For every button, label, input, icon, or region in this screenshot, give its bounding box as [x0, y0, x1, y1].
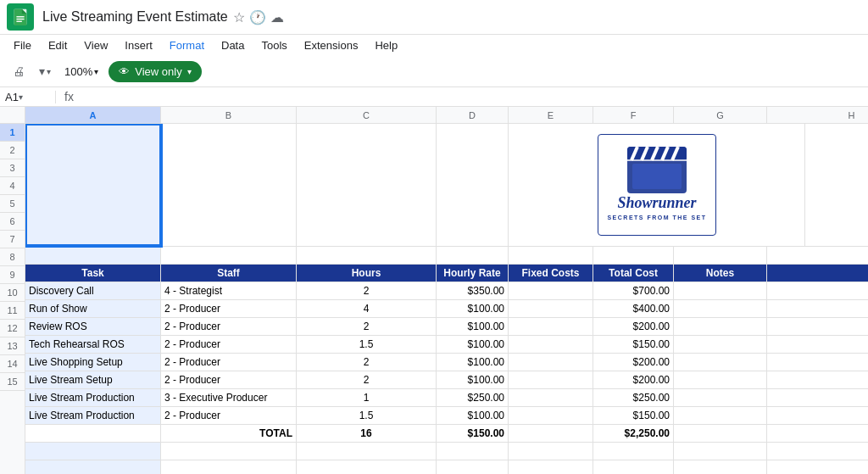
- header-fixed-costs[interactable]: Fixed Costs: [509, 265, 593, 282]
- cell-ref-dropdown-icon[interactable]: ▾: [19, 92, 23, 102]
- cell-c1[interactable]: [297, 124, 437, 246]
- menu-data[interactable]: Data: [214, 36, 251, 54]
- cell-g9[interactable]: [674, 371, 767, 388]
- cell-h4[interactable]: [767, 282, 868, 299]
- total-notes[interactable]: [674, 425, 767, 442]
- cell-g6[interactable]: [674, 318, 767, 335]
- cell-h7[interactable]: [767, 336, 868, 353]
- cell-g4[interactable]: [674, 282, 767, 299]
- row-header-1[interactable]: 1: [0, 124, 25, 142]
- print-button[interactable]: 🖨: [7, 59, 31, 83]
- header-notes[interactable]: Notes: [674, 265, 767, 282]
- cell-e5[interactable]: [509, 300, 593, 317]
- menu-edit[interactable]: Edit: [42, 36, 74, 54]
- menu-tools[interactable]: Tools: [254, 36, 293, 54]
- col-header-e[interactable]: E: [509, 107, 593, 123]
- star-icon[interactable]: ☆: [233, 9, 245, 25]
- cell-h1[interactable]: [805, 124, 868, 246]
- row-header-7[interactable]: 7: [0, 231, 25, 248]
- col-header-g[interactable]: G: [674, 107, 767, 123]
- row-header-12[interactable]: 12: [0, 320, 25, 337]
- cell-f6[interactable]: $200.00: [593, 318, 674, 335]
- row-header-4[interactable]: 4: [0, 177, 25, 195]
- header-total-cost[interactable]: Total Cost: [593, 265, 674, 282]
- cell-e11[interactable]: [509, 407, 593, 424]
- total-label[interactable]: TOTAL: [161, 425, 297, 442]
- document-title[interactable]: Live Streaming Event Estimate: [42, 9, 228, 25]
- col-header-d[interactable]: D: [437, 107, 509, 123]
- row-header-10[interactable]: 10: [0, 284, 25, 302]
- row-header-2[interactable]: 2: [0, 142, 25, 159]
- cell-g7[interactable]: [674, 336, 767, 353]
- cell-e4[interactable]: [509, 282, 593, 299]
- history-icon[interactable]: 🕐: [249, 9, 266, 25]
- cell-c10[interactable]: 1: [297, 389, 437, 406]
- cell-e10[interactable]: [509, 389, 593, 406]
- cell-c7[interactable]: 1.5: [297, 336, 437, 353]
- cell-b9[interactable]: 2 - Producer: [161, 371, 297, 388]
- cell-c5[interactable]: 4: [297, 300, 437, 317]
- cell-h2[interactable]: [767, 247, 868, 264]
- cell-b7[interactable]: 2 - Producer: [161, 336, 297, 353]
- cell-a8[interactable]: Live Shopping Setup: [25, 354, 161, 371]
- cell-b4[interactable]: 4 - Strategist: [161, 282, 297, 299]
- cell-b1[interactable]: [161, 124, 297, 246]
- header-task[interactable]: Task: [25, 265, 161, 282]
- zoom-control[interactable]: 100% ▾: [59, 64, 103, 80]
- menu-format[interactable]: Format: [163, 36, 211, 54]
- menu-help[interactable]: Help: [368, 36, 404, 54]
- cell-a5[interactable]: Run of Show: [25, 300, 161, 317]
- cell-g5[interactable]: [674, 300, 767, 317]
- col-header-h[interactable]: H: [767, 107, 868, 123]
- total-label-empty[interactable]: [25, 425, 161, 442]
- menu-file[interactable]: File: [7, 36, 38, 54]
- row-header-15[interactable]: 15: [0, 373, 25, 391]
- cell-c11[interactable]: 1.5: [297, 407, 437, 424]
- view-only-button[interactable]: 👁 View only ▾: [108, 61, 201, 82]
- cell-a9[interactable]: Live Stream Setup: [25, 371, 161, 388]
- row-header-13[interactable]: 13: [0, 337, 25, 355]
- cell-b10[interactable]: 3 - Executive Producer: [161, 389, 297, 406]
- cell-b2[interactable]: [161, 247, 297, 264]
- cell-e9[interactable]: [509, 371, 593, 388]
- row-header-3[interactable]: 3: [0, 159, 25, 177]
- cell-b5[interactable]: 2 - Producer: [161, 300, 297, 317]
- header-extra[interactable]: [767, 265, 868, 282]
- total-h[interactable]: [767, 425, 868, 442]
- cell-h8[interactable]: [767, 354, 868, 371]
- cell-c6[interactable]: 2: [297, 318, 437, 335]
- cell-f11[interactable]: $150.00: [593, 407, 674, 424]
- drive-icon[interactable]: ☁: [270, 9, 284, 25]
- cell-a2[interactable]: [25, 247, 161, 264]
- cell-logo[interactable]: Showrunner SECRETS FROM THE SET: [509, 124, 805, 246]
- cell-h5[interactable]: [767, 300, 868, 317]
- cell-c9[interactable]: 2: [297, 371, 437, 388]
- filter-button[interactable]: ▾ ▾: [36, 59, 54, 83]
- cell-a7[interactable]: Tech Rehearsal ROS: [25, 336, 161, 353]
- cell-f8[interactable]: $200.00: [593, 354, 674, 371]
- cell-b6[interactable]: 2 - Producer: [161, 318, 297, 335]
- cell-c2[interactable]: [297, 247, 437, 264]
- cell-d2[interactable]: [437, 247, 509, 264]
- cell-h11[interactable]: [767, 407, 868, 424]
- col-header-c[interactable]: C: [297, 107, 437, 123]
- total-cost[interactable]: $2,250.00: [593, 425, 674, 442]
- cell-d8[interactable]: $100.00: [437, 354, 509, 371]
- total-hourly-rate[interactable]: $150.00: [437, 425, 509, 442]
- cell-h10[interactable]: [767, 389, 868, 406]
- cell-a11[interactable]: Live Stream Production: [25, 407, 161, 424]
- cell-d4[interactable]: $350.00: [437, 282, 509, 299]
- formula-input[interactable]: [82, 91, 863, 103]
- cell-a1[interactable]: [25, 124, 161, 246]
- row-header-14[interactable]: 14: [0, 355, 25, 373]
- cell-d6[interactable]: $100.00: [437, 318, 509, 335]
- row-header-8[interactable]: 8: [0, 248, 25, 266]
- cell-a10[interactable]: Live Stream Production: [25, 389, 161, 406]
- cell-b8[interactable]: 2 - Producer: [161, 354, 297, 371]
- row-header-9[interactable]: 9: [0, 266, 25, 284]
- total-fixed-costs[interactable]: [509, 425, 593, 442]
- cell-g10[interactable]: [674, 389, 767, 406]
- cell-d1[interactable]: [437, 124, 509, 246]
- col-header-f[interactable]: F: [593, 107, 674, 123]
- header-hourly-rate[interactable]: Hourly Rate: [437, 265, 509, 282]
